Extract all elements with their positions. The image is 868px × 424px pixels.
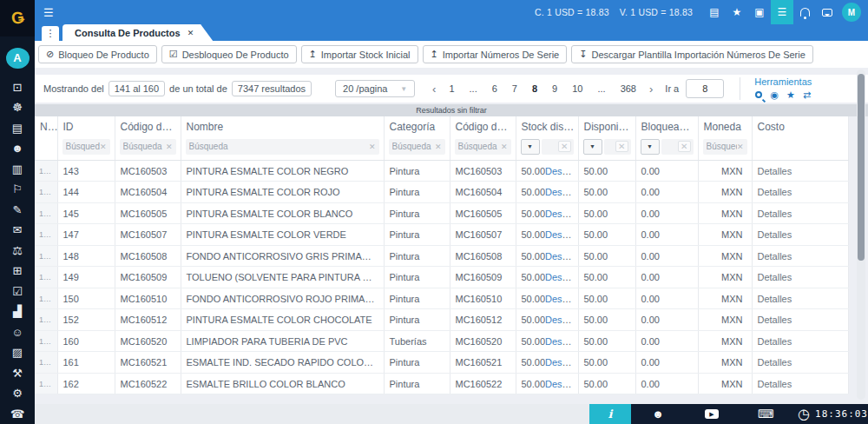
clear-filter-icon[interactable]: ✕ <box>558 141 570 152</box>
clear-filter-icon[interactable]: ✕ <box>369 142 376 151</box>
bell-icon[interactable] <box>793 0 816 24</box>
vertical-scrollbar[interactable] <box>857 70 865 400</box>
clear-filter-icon[interactable]: ✕ <box>100 142 107 151</box>
tab-close-icon[interactable]: ✕ <box>187 29 194 37</box>
detalles-link[interactable]: Detalles <box>758 166 792 176</box>
clear-filter-icon[interactable]: ✕ <box>166 142 173 151</box>
clear-filter-icon[interactable]: ✕ <box>737 142 744 151</box>
column-header[interactable]: Costo <box>752 116 848 136</box>
page-number-6[interactable]: 6 <box>490 83 499 95</box>
desglose-link[interactable]: Desglose <box>545 251 578 262</box>
page-number-10[interactable]: 10 <box>570 83 584 95</box>
cash-register-icon[interactable]: ▤ <box>0 118 35 139</box>
detalles-link[interactable]: Detalles <box>758 336 792 347</box>
desglose-link[interactable]: Desglose <box>545 187 578 197</box>
desglose-link[interactable]: Desglose <box>545 336 578 347</box>
tasks-icon[interactable]: ☑ <box>0 282 35 302</box>
filter-operator-dropdown[interactable]: ▼ <box>583 139 602 155</box>
clear-filter-icon[interactable]: ✕ <box>435 142 442 151</box>
report-icon[interactable]: ▨ <box>0 342 35 363</box>
feedback-smiley-icon[interactable]: ☻ <box>631 407 685 421</box>
column-header[interactable]: Disponible p/venta <box>578 116 635 136</box>
search-input[interactable] <box>189 142 369 151</box>
numeric-filter-input[interactable]: ✕ <box>542 139 574 155</box>
monitor-icon[interactable]: ▣ <box>748 0 771 24</box>
filter-operator-dropdown[interactable]: ▼ <box>521 139 540 155</box>
column-header[interactable]: ID <box>57 116 115 136</box>
documents-icon[interactable]: ▥ <box>0 159 35 180</box>
column-header[interactable]: Nombre <box>181 116 384 136</box>
star-icon[interactable]: ★ <box>726 0 748 24</box>
bar-chart-icon[interactable]: ▟ <box>0 301 35 322</box>
search-input[interactable] <box>66 142 100 151</box>
search-input[interactable] <box>707 142 737 151</box>
numeric-filter-input[interactable]: ✕ <box>604 139 631 155</box>
video-tutorials-icon[interactable]: ▶ <box>685 409 739 419</box>
hamburger-menu-icon[interactable]: ☰ <box>43 6 54 19</box>
clipboard-icon[interactable]: ✎ <box>0 200 35 221</box>
page-size-select[interactable]: 20 /pagina ▼ <box>335 80 415 97</box>
column-header[interactable]: Moneda <box>698 116 752 136</box>
page-number-9[interactable]: 9 <box>550 83 559 95</box>
desglose-link[interactable]: Desglose <box>545 229 578 240</box>
screen-share-icon[interactable]: ⊡ <box>0 77 35 98</box>
filter-operator-dropdown[interactable]: ▼ <box>641 139 660 155</box>
detalles-link[interactable]: Detalles <box>758 272 792 282</box>
search-input[interactable] <box>123 142 166 151</box>
tags-icon[interactable]: ⚐ <box>0 179 35 200</box>
app-logo[interactable]: Ǥ <box>0 0 35 36</box>
wallet-icon[interactable]: ✉ <box>0 220 35 241</box>
customers-icon[interactable]: ☻ <box>0 138 35 159</box>
desglose-link[interactable]: Desglose <box>545 272 578 282</box>
detalles-link[interactable]: Detalles <box>758 209 792 219</box>
column-header[interactable]: Stock disponible <box>516 116 578 136</box>
column-header[interactable]: Código de producto <box>115 116 181 136</box>
desbloqueo-producto-button[interactable]: ☑Desbloqueo De Producto <box>161 45 297 63</box>
descargar-plantilla-button[interactable]: ↧Descargar Plantilla Importación Números… <box>571 45 813 63</box>
page-number-1[interactable]: 1 <box>447 83 456 95</box>
importar-series-button[interactable]: ↥Importar Números De Serie <box>423 45 568 63</box>
tab-kebab-menu-icon[interactable]: ⋮ <box>42 26 59 41</box>
calculator-icon[interactable]: ⊞ <box>0 261 35 282</box>
clear-filter-icon[interactable]: ✕ <box>678 141 690 152</box>
importar-stock-button[interactable]: ↥Importar Stock Inicial <box>301 45 418 63</box>
favorite-icon[interactable]: ★ <box>786 89 795 102</box>
desglose-link[interactable]: Desglose <box>545 315 578 325</box>
auction-icon[interactable]: ⚖ <box>0 241 35 262</box>
users-icon[interactable]: ☺ <box>0 322 35 343</box>
column-header[interactable]: Bloqueados <box>635 116 698 136</box>
detalles-link[interactable]: Detalles <box>758 379 792 389</box>
sliders-icon[interactable]: ☰ <box>771 0 793 24</box>
tab-consulta-de-productos[interactable]: Consulta De Productos ✕ <box>62 24 213 41</box>
user-avatar[interactable]: M <box>842 3 861 22</box>
swap-columns-icon[interactable]: ⇄ <box>803 89 811 102</box>
detalles-link[interactable]: Detalles <box>758 229 792 240</box>
page-number-7[interactable]: 7 <box>510 83 519 95</box>
prev-page-icon[interactable]: ‹ <box>432 83 436 96</box>
clear-filter-icon[interactable]: ✕ <box>615 141 628 152</box>
handtruck-icon[interactable]: ⚒ <box>0 363 35 384</box>
chat-icon[interactable] <box>816 0 838 24</box>
pos-icon[interactable]: ☸ <box>0 97 35 118</box>
support-icon[interactable]: ☎ <box>0 404 35 424</box>
column-header[interactable]: Código de Barras <box>450 116 516 136</box>
detalles-link[interactable]: Detalles <box>758 315 792 325</box>
bloqueo-producto-button[interactable]: ⊘Bloqueo De Producto <box>38 45 157 63</box>
search-input[interactable] <box>392 142 435 151</box>
banknote-icon[interactable]: ▤ <box>703 0 726 24</box>
desglose-link[interactable]: Desglose <box>545 379 578 389</box>
detalles-link[interactable]: Detalles <box>758 357 792 368</box>
visibility-icon[interactable]: ◉ <box>770 89 779 102</box>
page-number-368[interactable]: 368 <box>619 83 638 95</box>
detalles-link[interactable]: Detalles <box>758 187 792 197</box>
desglose-link[interactable]: Desglose <box>545 357 578 368</box>
column-header[interactable]: No. <box>35 116 57 136</box>
page-number-8[interactable]: 8 <box>530 83 539 95</box>
next-page-icon[interactable]: › <box>649 83 653 96</box>
desglose-link[interactable]: Desglose <box>545 209 578 219</box>
detalles-link[interactable]: Detalles <box>758 251 792 262</box>
desglose-link[interactable]: Desglose <box>545 294 578 304</box>
sidebar-avatar[interactable]: A <box>6 48 30 69</box>
info-button[interactable]: i <box>589 404 631 424</box>
search-input[interactable] <box>458 142 501 151</box>
